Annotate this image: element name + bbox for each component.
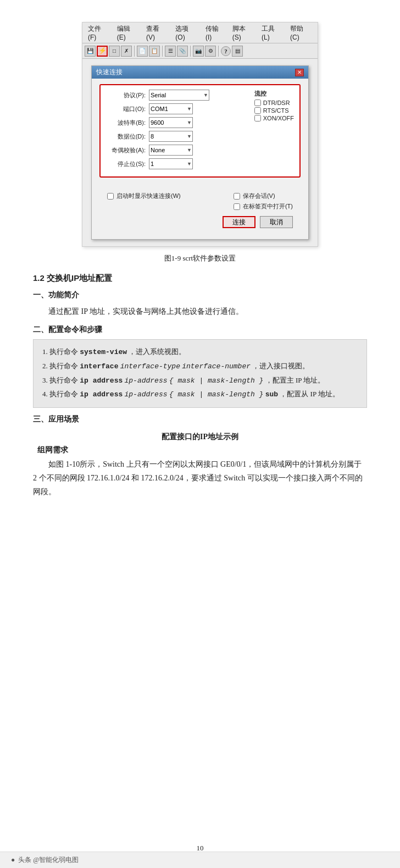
stop-bits-select-wrapper: 1 ▼ [149, 158, 193, 169]
parity-select[interactable]: None [149, 145, 193, 156]
toolbar-btn-9[interactable]: ⚙ [205, 46, 216, 57]
flow-rts-row: RTS/CTS [254, 107, 294, 114]
toolbar-btn-5[interactable]: 📋 [149, 46, 160, 57]
connect-button[interactable]: 连接 [223, 216, 255, 228]
menu-script[interactable]: 脚本(S) [229, 24, 257, 42]
parity-row: 奇偶校验(A): None ▼ [106, 145, 249, 156]
page: 文件(F) 编辑(E) 查看(V) 选项(O) 传输(I) 脚本(S) 工具(L… [0, 0, 400, 868]
baud-select[interactable]: 9600 [149, 117, 193, 128]
dialog-titlebar: 快速连接 ✕ [92, 66, 308, 79]
step-4-arg1: ip-address [125, 390, 168, 399]
step-1-cmd: system-view [80, 348, 127, 356]
toolbar-btn-7[interactable]: 📎 [177, 46, 188, 57]
stop-bits-select[interactable]: 1 [149, 158, 193, 169]
close-button[interactable]: ✕ [295, 69, 304, 76]
section-1-2-title: 1.2 交换机IP地址配置 [33, 273, 367, 284]
toolbar-sep-3 [190, 46, 191, 57]
flow-dtr-checkbox[interactable] [254, 99, 261, 106]
parity-label: 奇偶校验(A): [106, 146, 146, 154]
data-bits-label: 数据位(D): [106, 132, 146, 141]
protocol-row: 协议(P): Serial ▼ [106, 90, 249, 101]
dialog-background: 快速连接 ✕ 协议(P): [82, 59, 318, 246]
new-tab-label: 在标签页中打开(T) [243, 202, 293, 211]
step-2-num: 2. [42, 362, 49, 370]
menu-file[interactable]: 文件(F) [85, 24, 113, 42]
baud-label: 波特率(B): [106, 119, 146, 127]
example-title: 配置接口的IP地址示例 [33, 432, 367, 442]
startup-row: 启动时显示快速连接(W) [107, 192, 181, 200]
toolbar-btn-highlighted[interactable]: ⚡ [97, 46, 108, 57]
steps-block: 1. 执行命令 system-view ，进入系统视图。 2. 执行命令 int… [33, 339, 367, 408]
menu-tools[interactable]: 工具(L) [258, 24, 286, 42]
baud-row: 波特率(B): 9600 ▼ [106, 117, 249, 128]
step-3-arg2: { mask | mask-length } [169, 377, 264, 385]
data-bits-select[interactable]: 8 [149, 131, 193, 142]
protocol-select[interactable]: Serial [149, 90, 209, 101]
parity-select-wrapper: None ▼ [149, 145, 193, 156]
menu-help[interactable]: 帮助(C) [287, 24, 315, 42]
toolbar-sep-1 [134, 46, 135, 57]
step-2: 2. 执行命令 interface interface-type interfa… [42, 360, 358, 374]
step-4-arg2: { mask | mask-length } [169, 390, 264, 399]
menu-transfer[interactable]: 传输(I) [202, 24, 228, 42]
toolbar-btn-2[interactable]: □ [109, 46, 120, 57]
flow-xon-checkbox[interactable] [254, 115, 261, 121]
step-3: 3. 执行命令 ip address ip-address { mask | m… [42, 374, 358, 388]
flow-rts-label: RTS/CTS [263, 107, 289, 114]
toolbar: 💾 ⚡ □ ✗ 📄 📋 ☰ 📎 📷 ⚙ ? ▤ [82, 43, 318, 59]
menu-edit[interactable]: 编辑(E) [114, 24, 142, 42]
org-req-title: 组网需求 [37, 445, 367, 455]
step-2-pre: 执行命令 [49, 362, 80, 370]
protocol-select-wrapper: Serial ▼ [149, 90, 209, 101]
step-4-pre: 执行命令 [49, 390, 80, 398]
org-req-para: 如图 1-10所示，Switch 上只有一个空闲以太网接口 GE0/0/1，但该… [33, 457, 367, 499]
section-two-title: 二、配置命令和步骤 [33, 325, 367, 335]
step-3-cmd: ip address [80, 377, 123, 385]
section-three-title: 三、应用场景 [33, 414, 367, 424]
protocol-label: 协议(P): [106, 91, 146, 99]
toolbar-help[interactable]: ? [221, 46, 231, 56]
step-1: 1. 执行命令 system-view ，进入系统视图。 [42, 345, 358, 360]
step-4-post: ，配置从 IP 地址。 [280, 390, 340, 398]
toolbar-btn-8[interactable]: 📷 [193, 46, 204, 57]
step-3-post: ，配置主 IP 地址。 [265, 376, 325, 384]
toolbar-btn-4[interactable]: 📄 [137, 46, 148, 57]
flow-dtr-row: DTR/DSR [254, 99, 294, 106]
step-4-sub: sub [265, 390, 278, 399]
port-row: 端口(O): COM1 ▼ [106, 103, 249, 114]
startup-checkbox[interactable] [107, 193, 114, 200]
menu-options[interactable]: 选项(O) [172, 24, 201, 42]
port-select-wrapper: COM1 ▼ [149, 103, 193, 114]
toolbar-btn-1[interactable]: 💾 [85, 46, 96, 57]
flow-rts-checkbox[interactable] [254, 107, 261, 114]
save-session-checkbox[interactable] [234, 193, 240, 200]
red-section: 协议(P): Serial ▼ [99, 84, 301, 178]
toolbar-sep-4 [218, 46, 219, 57]
port-select[interactable]: COM1 [149, 103, 193, 114]
dialog-body: 协议(P): Serial ▼ [92, 79, 308, 239]
menubar: 文件(F) 编辑(E) 查看(V) 选项(O) 传输(I) 脚本(S) 工具(L… [82, 23, 318, 43]
toolbar-btn-10[interactable]: ▤ [232, 46, 243, 57]
save-session-label: 保存会话(V) [243, 192, 275, 200]
save-session-row: 保存会话(V) [234, 192, 293, 200]
step-1-pre: 执行命令 [49, 347, 80, 356]
menu-view[interactable]: 查看(V) [143, 24, 171, 42]
new-tab-checkbox[interactable] [234, 203, 240, 210]
data-bits-select-wrapper: 8 ▼ [149, 131, 193, 142]
stop-bits-row: 停止位(S): 1 ▼ [106, 158, 249, 169]
spacer [99, 183, 301, 189]
baud-select-wrapper: 9600 ▼ [149, 117, 193, 128]
step-3-num: 3. [42, 376, 49, 384]
toolbar-btn-3[interactable]: ✗ [121, 46, 132, 57]
dialog-title: 快速连接 [96, 68, 123, 77]
toolbar-btn-6[interactable]: ☰ [165, 46, 176, 57]
right-checkboxes: 保存会话(V) 在标签页中打开(T) [234, 192, 293, 213]
toolbar-sep-2 [162, 46, 163, 57]
flow-control-section: 流控 DTR/DSR RTS/CTS [254, 90, 294, 123]
step-4-cmd: ip address [80, 390, 123, 399]
cancel-button[interactable]: 取消 [260, 216, 293, 228]
data-bits-row: 数据位(D): 8 ▼ [106, 131, 249, 142]
footer-text: 头条 @智能化弱电图 [18, 855, 79, 865]
step-3-arg1: ip-address [125, 377, 168, 385]
step-1-post: ，进入系统视图。 [129, 347, 186, 356]
